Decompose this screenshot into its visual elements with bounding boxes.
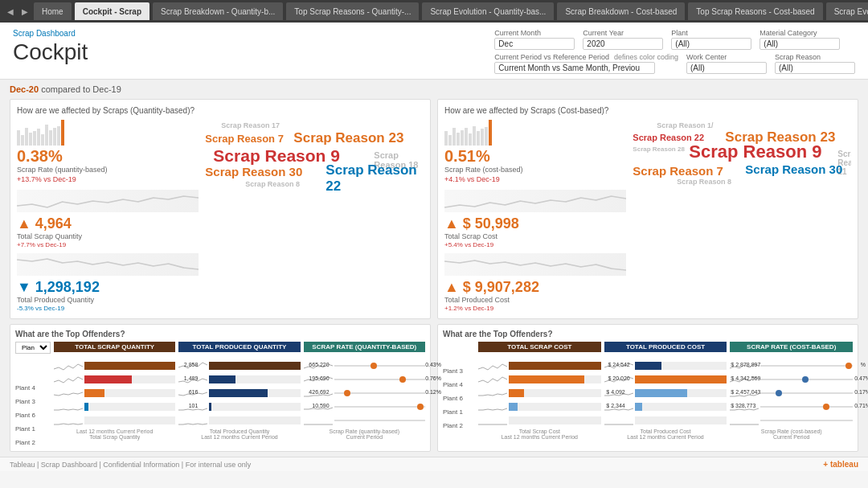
c3-sc-sparkline (478, 361, 507, 371)
filter-work-center: Work Center (All) (686, 53, 767, 74)
filter-current-month: Current Month Dec (494, 29, 575, 50)
filter-period: Current Period vs Reference Period defin… (494, 53, 678, 74)
c4-sc-sparkline (478, 375, 507, 384)
period-label: Dec-20 compared to Dec-19 (10, 84, 858, 94)
scrap-rate-cost-label: Scrap Rate (cost-based) (444, 166, 523, 174)
main-content: Dec-20 compared to Dec-19 How are we aff… (0, 80, 868, 457)
p2-prod-sparkline (178, 416, 207, 425)
plant-select[interactable]: (All) (671, 38, 751, 50)
p1-scrap-sparkline (54, 402, 83, 412)
total-scrap-qty-label: Total Scrap Quantity (17, 232, 199, 240)
cost-plant-1-label: Plant 1 (443, 408, 475, 416)
c2-sc-sparkline (478, 416, 507, 425)
c4-sc-bar: $ 20,020 (509, 375, 601, 383)
header-filters: Current Month Dec Current Year 2020 Plan… (494, 29, 855, 74)
p3-scrap-sparkline (54, 375, 83, 384)
cost-plant-labels: Plant 3 Plant 4 Plant 6 Plant 1 Plant 2 (443, 342, 475, 440)
c1-sc-bar: $ 2,344 (509, 403, 601, 411)
scrap-rate-qty: 0.38% Scrap Rate (quantity-based) +13.7%… (17, 120, 108, 183)
cost-section: How are we affected by Scraps (Cost-base… (437, 99, 858, 319)
c4-sr-track: 0.47% (760, 379, 853, 380)
breadcrumb: Scrap Dashboard (13, 29, 88, 38)
total-scrap-cost-change: +5.4% vs Dec-19 (444, 241, 626, 248)
nav-tab-evolution-qty[interactable]: Scrap Evolution - Quantity-bas... (422, 2, 554, 20)
p6-scrap-bar: 616 (84, 389, 175, 397)
page-header: Scrap Dashboard Cockpit Current Month De… (0, 23, 868, 80)
plant-3-label: Plant 3 (15, 398, 51, 405)
c2-pc-sparkline (604, 416, 633, 425)
scrap-rate-cost-change: +4.1% vs Dec-19 (444, 175, 523, 183)
nav-tab-breakdown-cost[interactable]: Scrap Breakdown - Cost-based (557, 2, 685, 20)
c3-sr-track: % (760, 365, 853, 367)
total-scrap-qty-value: ▲ 4,964 (17, 215, 199, 232)
total-scrap-cost-value: ▲ $ 50,998 (444, 215, 626, 232)
offenders-cost-content: Plant 3 Plant 4 Plant 6 Plant 1 Plant 2 … (443, 342, 853, 440)
current-year-select[interactable]: 2020 (583, 38, 663, 50)
c2-pc-bar (635, 416, 727, 424)
top-navigation: ◀ ▶ Home Cockpit - Scrap Scrap Breakdown… (0, 0, 868, 23)
scrap-qty-header: TOTAL SCRAP QUANTITY (54, 342, 175, 352)
nav-tab-top-reasons-qty[interactable]: Top Scrap Reasons - Quantity-... (286, 2, 419, 20)
offenders-qty-section: What are the Top Offenders? Plant Plant … (10, 324, 431, 452)
p6-scrap-sparkline (54, 388, 83, 398)
plant-6-label: Plant 6 (15, 412, 51, 419)
produced-cost-header: TOTAL PRODUCED COST (604, 342, 727, 352)
nav-tab-top-reasons-cost[interactable]: Top Scrap Reasons - Cost-based (688, 2, 822, 20)
plant-filter-select[interactable]: Plant (15, 342, 51, 354)
material-category-select[interactable]: (All) (760, 38, 840, 50)
p3-sr-track: 0.76% (334, 379, 425, 380)
p1-scrap-bar: 101 (84, 403, 175, 411)
nav-tab-home[interactable]: Home (34, 2, 72, 20)
c6-sc-bar: $ 4,092 (509, 389, 601, 397)
scrap-rate-qty-value: 0.38% (17, 147, 108, 166)
p4-scrap-bar: 2,858 (84, 362, 175, 370)
cost-plant-2-label: Plant 2 (443, 422, 475, 429)
offenders-cost-section: What are the Top Offenders? Plant 3 Plan… (437, 324, 858, 452)
header-left: Scrap Dashboard Cockpit (13, 29, 88, 65)
word-cloud-cost: Scrap Reason 1/ Scrap Reason 22 Scrap Re… (633, 120, 851, 216)
total-produced-qty: ▼ 1,298,192 Total Produced Quantity -5.3… (17, 253, 199, 312)
c6-sc-sparkline (478, 388, 507, 398)
scrap-rate-cost-value: 0.51% (444, 147, 523, 166)
current-month-select[interactable]: Dec (494, 38, 575, 50)
c3-sc-bar: $ 24,542 (509, 362, 601, 370)
nav-back-arrow[interactable]: ◀ (5, 6, 16, 18)
offenders-sections: What are the Top Offenders? Plant Plant … (10, 324, 858, 452)
page-title: Cockpit (13, 39, 88, 65)
scrap-reason-select[interactable]: (All) (775, 62, 855, 74)
filter-scrap-reason: Scrap Reason (All) (775, 53, 855, 74)
c3-pc-bar: $ 2,878,897 (635, 362, 727, 370)
scrap-rate-qty-label: Scrap Rate (quantity-based) (17, 166, 108, 174)
scrap-rate-qty-header: SCRAP RATE (QUANTITY-BASED) (304, 342, 425, 352)
offenders-qty-title: What are the Top Offenders? (15, 330, 425, 338)
quantity-section-title: How are we affected by Scraps (Quantity-… (17, 106, 424, 115)
scrap-rate-cost: 0.51% Scrap Rate (cost-based) +4.1% vs D… (444, 120, 523, 183)
p1-sr-track (334, 406, 425, 408)
total-produced-qty-label: Total Produced Quantity (17, 296, 199, 304)
cost-section-title: How are we affected by Scraps (Cost-base… (444, 106, 851, 115)
p2-prod-bar (209, 416, 300, 424)
c1-pc-bar: $ 328,773 (635, 403, 727, 411)
tableau-logo: + tableau (823, 460, 858, 469)
nav-forward-arrow[interactable]: ▶ (19, 6, 31, 18)
plant-2-label: Plant 2 (15, 439, 51, 446)
work-center-select[interactable]: (All) (686, 62, 767, 74)
nav-tab-breakdown-qty[interactable]: Scrap Breakdown - Quantity-b... (153, 2, 283, 20)
offenders-cost-title: What are the Top Offenders? (443, 330, 853, 338)
nav-tab-cockpit[interactable]: Cockpit - Scrap (75, 2, 149, 20)
c4-pc-bar: $ 4,342,569 (635, 375, 727, 383)
filter-material-category: Material Category (All) (760, 29, 840, 50)
scrap-cost-header: TOTAL SCRAP COST (478, 342, 601, 352)
period-select[interactable]: Current Month vs Same Month, Previous Ye… (494, 62, 655, 74)
nav-tab-evolution-cost[interactable]: Scrap Evolution - Cost-based (826, 2, 868, 20)
total-scrap-qty-change: +7.7% vs Dec-19 (17, 241, 199, 248)
p2-sr-sparkline (304, 416, 333, 425)
p3-scrap-bar: 1,489 (84, 375, 175, 383)
p6-sr-track: 0.12% (334, 392, 425, 394)
period-comparison: compared to Dec-19 (41, 84, 121, 94)
p3-prod-bar: 195,690 (209, 375, 300, 383)
p1-prod-bar: 10,590 (209, 403, 300, 411)
p2-scrap-sparkline (54, 416, 83, 425)
filter-row-1: Current Month Dec Current Year 2020 Plan… (494, 29, 855, 50)
total-produced-qty-change: -5.3% vs Dec-19 (17, 305, 199, 312)
